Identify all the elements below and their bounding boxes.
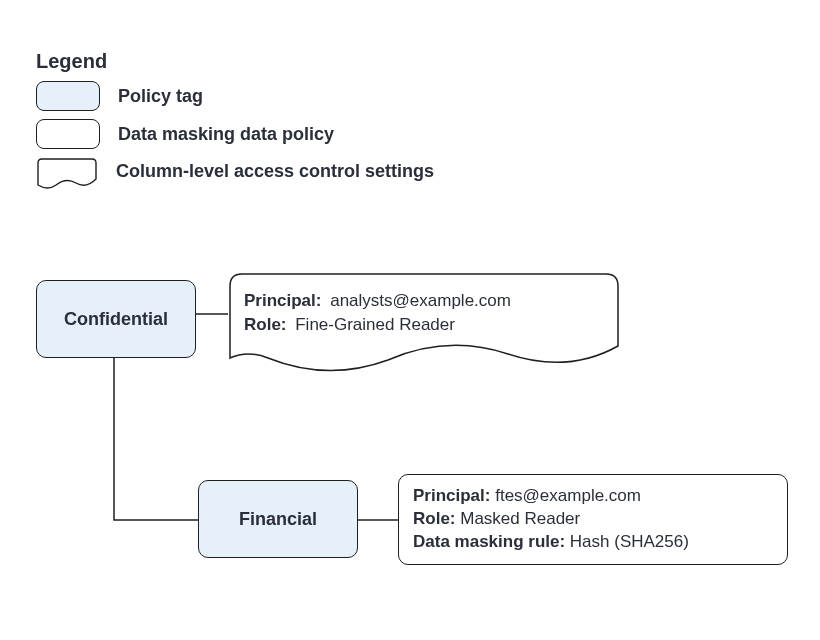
legend-row-masking-policy: Data masking data policy [36,119,434,149]
kv-value: analysts@example.com [330,291,511,310]
legend: Legend Policy tag Data masking data poli… [36,50,434,193]
kv-value: Masked Reader [460,509,580,528]
legend-label: Column-level access control settings [116,161,434,182]
legend-label: Data masking data policy [118,124,334,145]
legend-row-clacs: Column-level access control settings [36,157,434,185]
kv-value: Fine-Grained Reader [295,315,455,334]
policy-tag-financial: Financial [198,480,358,558]
kv-key: Role: [244,315,287,334]
clacs-settings-confidential: Principal: analysts@example.com Role: Fi… [228,272,620,380]
clacs-swatch-icon [36,157,98,185]
kv-key: Principal: [413,486,490,505]
kv-key: Role: [413,509,456,528]
masking-policy-financial: Principal: ftes@example.com Role: Masked… [398,474,788,565]
policy-tag-label: Confidential [64,309,168,330]
legend-row-policy-tag: Policy tag [36,81,434,111]
svg-text:Role:
    Fine-Grained Reader: Role: Fine-Grained Reader [244,315,455,334]
kv-value: Hash (SHA256) [570,532,689,551]
masking-policy-swatch-icon [36,119,100,149]
policy-tag-swatch-icon [36,81,100,111]
svg-text:Principal:
    analysts@exampl: Principal: analysts@example.com [244,291,511,310]
policy-tag-label: Financial [239,509,317,530]
kv-value: ftes@example.com [495,486,641,505]
kv-key: Data masking rule: [413,532,565,551]
kv-key: Principal: [244,291,321,310]
legend-label: Policy tag [118,86,203,107]
legend-title: Legend [36,50,434,73]
policy-tag-confidential: Confidential [36,280,196,358]
